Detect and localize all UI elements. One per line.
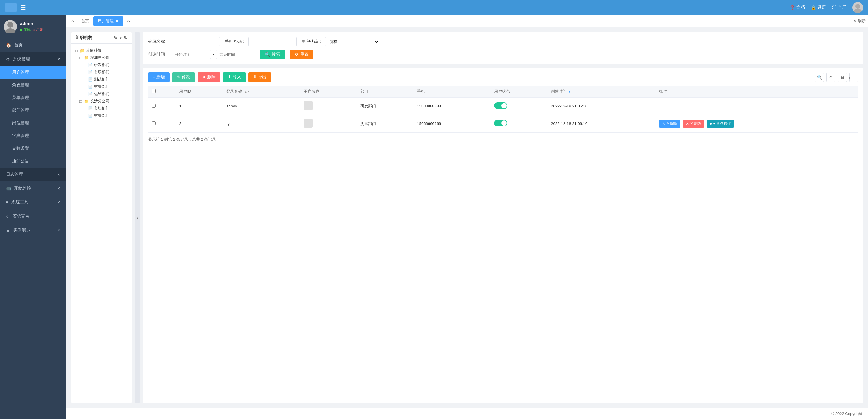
edit-button[interactable]: ✎ 修改 — [172, 72, 195, 82]
sidebar: admin 在线 ● 注销 🏠 首页 — [0, 15, 66, 419]
import-button[interactable]: ⬆ 导入 — [223, 72, 246, 82]
menu-toggle-button[interactable]: ☰ — [21, 4, 26, 11]
row-checkbox-2[interactable] — [152, 121, 156, 125]
user-status-select[interactable]: 所有 正常 停用 — [325, 37, 379, 46]
th-user-name: 用户名称 — [300, 86, 357, 97]
sidebar-item-menu-mgmt[interactable]: 菜单管理 — [0, 92, 66, 104]
org-edit-icon[interactable]: ✎ — [114, 35, 117, 40]
expand-icon-changsha[interactable]: □ — [79, 99, 83, 103]
search-toggle-button[interactable]: 🔍 — [815, 73, 824, 82]
expand-icon-ruoyi[interactable]: □ — [74, 48, 79, 53]
sort-desc-icon[interactable]: ▼ — [568, 90, 571, 93]
delete-button[interactable]: ✕ 删除 — [197, 72, 220, 82]
phone-input[interactable] — [248, 37, 297, 46]
tree-row-shenzhen[interactable]: □ 📁 深圳总公司 — [77, 54, 130, 61]
collapse-handle[interactable]: ‹ — [135, 32, 140, 403]
tree-row-changsha[interactable]: □ 📁 长沙分公司 — [77, 97, 130, 105]
sidebar-item-example[interactable]: 🖥 实例演示 < — [0, 223, 66, 237]
sidebar-param-mgmt-label: 参数设置 — [12, 146, 29, 151]
search-button[interactable]: 🔍 搜索 — [260, 50, 285, 59]
sidebar-item-user-mgmt[interactable]: 用户管理 — [0, 66, 66, 79]
org-sort-down-icon[interactable]: ∨ — [119, 35, 122, 40]
tree-row-ceshi1[interactable]: □ 📄 测试部门 — [82, 76, 130, 83]
topbar: ☰ ❓ 文档 🔒 锁屏 ⛶ 全屏 — [0, 0, 868, 15]
table-panel: + 新增 ✎ 修改 ✕ 删除 ⬆ 导入 — [143, 68, 863, 403]
sidebar-item-role-mgmt[interactable]: 角色管理 — [0, 79, 66, 92]
tab-prev-button[interactable]: ‹‹ — [69, 17, 77, 25]
add-button[interactable]: + 新增 — [148, 72, 170, 82]
tree-row-yunwei[interactable]: □ 📄 运维部门 — [82, 90, 130, 97]
column-settings-button[interactable]: ▦ — [838, 73, 847, 82]
th-dept: 部门 — [357, 86, 413, 97]
logout-button[interactable]: ● 注销 — [33, 27, 43, 32]
tree-node-root: □ 📁 若依科技 □ 📁 深圳总公司 — [73, 47, 130, 119]
sidebar-item-log-mgmt[interactable]: 日志管理 < — [0, 167, 66, 182]
leaf-spacer-yanfa: □ — [83, 63, 87, 67]
td-action-1 — [655, 97, 858, 115]
search-toggle-icon: 🔍 — [817, 75, 822, 80]
sidebar-item-home[interactable]: 🏠 首页 — [0, 38, 66, 52]
row-delete-button-2[interactable]: ✕ ✕ 删除 — [683, 120, 704, 128]
sidebar-monitor-label: 系统监控 — [14, 186, 31, 191]
tab-close-icon[interactable]: ✕ — [115, 19, 119, 23]
row-edit-button-2[interactable]: ✎ ✎ 编辑 — [659, 120, 680, 128]
end-date-input[interactable] — [216, 50, 255, 59]
lock-button[interactable]: 🔒 锁屏 — [811, 5, 826, 10]
search-field-date: 创建时间： - — [148, 50, 255, 59]
tree-row-shichang1[interactable]: □ 📄 市场部门 — [82, 68, 130, 76]
status-toggle-2[interactable] — [494, 120, 507, 127]
select-all-checkbox[interactable] — [152, 89, 156, 93]
row-checkbox-1[interactable] — [152, 104, 156, 108]
fullscreen-button[interactable]: ⛶ 全屏 — [832, 5, 846, 10]
sidebar-item-dict-mgmt[interactable]: 字典管理 — [0, 129, 66, 142]
monitor-icon: 📹 — [6, 186, 11, 191]
user-avatar[interactable] — [852, 2, 863, 13]
sidebar-item-sys-monitor[interactable]: 📹 系统监控 < — [0, 182, 66, 195]
row-more-button-2[interactable]: ● ● 更多操作 — [707, 120, 734, 128]
td-checkbox-2 — [148, 115, 176, 132]
expand-icon-shenzhen[interactable]: □ — [79, 56, 83, 60]
start-date-input[interactable] — [172, 50, 211, 59]
tree-row-yanfa[interactable]: □ 📄 研发部门 — [82, 61, 130, 68]
col-status: 用户状态 — [494, 89, 510, 94]
status-toggle-1[interactable] — [494, 102, 507, 109]
date-separator: - — [213, 52, 214, 57]
refresh-icon: ↻ — [853, 19, 857, 23]
search-row-2: 创建时间： - 🔍 搜索 ↻ — [148, 50, 858, 59]
td-phone-2: 15666666666 — [413, 115, 491, 132]
tools-icon: ≡ — [6, 200, 8, 205]
layout-button[interactable]: ⋮⋮⋮ — [849, 73, 858, 82]
sidebar-item-ruoyi-site[interactable]: ✈ 若依官网 — [0, 209, 66, 223]
login-name-label: 登录名称： — [148, 39, 169, 44]
tree-row-caiwu2[interactable]: □ 📄 财务部门 — [82, 112, 130, 119]
sidebar-item-system[interactable]: ⚙ 系统管理 ∨ — [0, 52, 66, 66]
org-refresh-icon[interactable]: ↻ — [124, 35, 127, 40]
pagination-info: 显示第 1 到第 2 条记录，总共 2 条记录 — [148, 137, 858, 142]
export-button[interactable]: ⬇ 导出 — [248, 72, 271, 82]
tab-user-mgmt[interactable]: 用户管理 ✕ — [93, 16, 123, 26]
footer: © 2022 Copyright — [66, 408, 868, 419]
tab-home[interactable]: 首页 — [78, 19, 92, 24]
site-icon: ✈ — [6, 214, 10, 219]
tree-row-ruoyi[interactable]: □ 📁 若依科技 — [73, 47, 130, 54]
sidebar-user-details: admin 在线 ● 注销 — [20, 21, 43, 32]
tab-next-button[interactable]: ›› — [124, 17, 132, 25]
td-phone-1: 15888888888 — [413, 97, 491, 115]
refresh-button[interactable]: ↻ 刷新 — [853, 19, 866, 24]
reset-button[interactable]: ↻ 重置 — [290, 50, 313, 59]
refresh-table-button[interactable]: ↻ — [826, 73, 835, 82]
sidebar-item-dept-mgmt[interactable]: 部门管理 — [0, 104, 66, 117]
sidebar-item-sys-tools[interactable]: ≡ 系统工具 < — [0, 195, 66, 209]
sort-icon-login-name[interactable]: ▲▼ — [244, 90, 250, 93]
login-name-input[interactable] — [172, 37, 220, 46]
search-field-login-name: 登录名称： — [148, 37, 220, 46]
sidebar-item-param-mgmt[interactable]: 参数设置 — [0, 142, 66, 155]
tree-row-caiwu1[interactable]: □ 📄 财务部门 — [82, 83, 130, 90]
sidebar-item-post-mgmt[interactable]: 岗位管理 — [0, 117, 66, 129]
docs-button[interactable]: ❓ 文档 — [790, 5, 805, 10]
search-icon: 🔍 — [265, 52, 270, 57]
col-user-id: 用户ID — [179, 89, 191, 94]
sidebar-system-label: 系统管理 — [13, 57, 30, 62]
sidebar-item-notice[interactable]: 通知公告 — [0, 155, 66, 167]
tree-row-shichang2[interactable]: □ 📄 市场部门 — [82, 105, 130, 112]
